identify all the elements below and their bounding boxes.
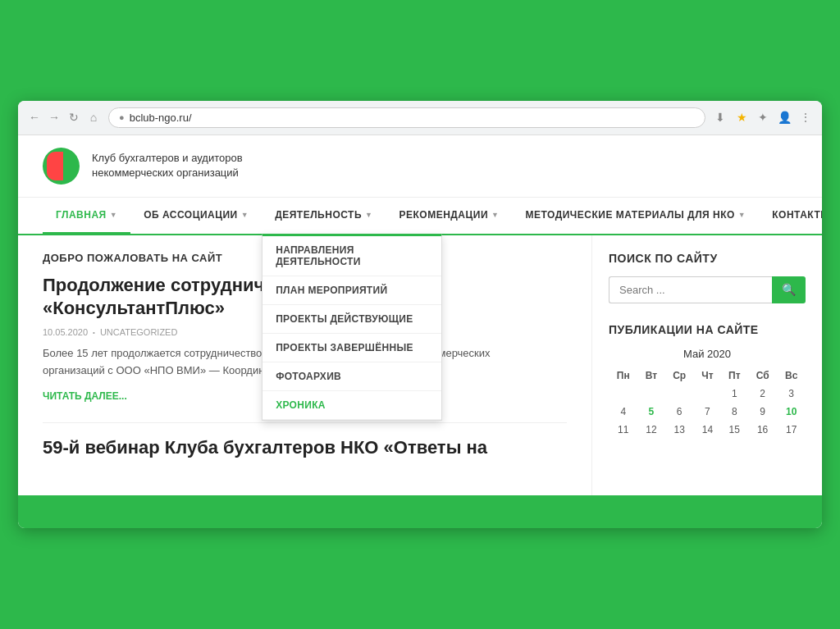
cal-row-2: 4 5 6 7 8 9 10	[609, 403, 806, 421]
nav-item-deyatelnost: ДЕЯТЕЛЬНОСТЬ ▼ НАПРАВЛЕНИЯ ДЕЯТЕЛЬНОСТИ …	[262, 198, 386, 234]
nav-label-glavnaya: ГЛАВНАЯ	[56, 209, 107, 221]
nav-link-glavnaya[interactable]: ГЛАВНАЯ ▼	[43, 198, 130, 234]
article-2-title: 59-й вебинар Клуба бухгалтеров НКО «Отве…	[43, 436, 567, 460]
cal-cell: 14	[694, 421, 721, 439]
profile-icon[interactable]: 👤	[776, 109, 792, 125]
article-divider	[43, 422, 567, 423]
meta-dot: •	[93, 329, 95, 336]
cal-cell	[694, 385, 721, 403]
browser-nav-buttons: ← → ↻ ⌂	[26, 109, 102, 125]
chevron-down-icon-4: ▼	[491, 211, 499, 219]
calendar-table: Пн Вт Ср Чт Пт Сб Вс	[609, 367, 806, 439]
calendar-month: Май 2020	[609, 348, 806, 360]
site-title: Клуб бухгалтеров и аудиторов некоммерчес…	[92, 151, 243, 180]
dropdown-item-proyekty-d[interactable]: ПРОЕКТЫ ДЕЙСТВУЮЩИЕ	[262, 305, 441, 334]
bottom-strip	[18, 495, 822, 528]
cal-cell	[664, 385, 694, 403]
cal-cell: 16	[748, 421, 778, 439]
article-2: 59-й вебинар Клуба бухгалтеров НКО «Отве…	[43, 436, 567, 460]
nav-item-metodicheskie: МЕТОДИЧЕСКИЕ МАТЕРИАЛЫ ДЛЯ НКО ▼	[512, 198, 759, 234]
menu-icon[interactable]: ⋮	[797, 109, 814, 125]
site-title-line1: Клуб бухгалтеров и аудиторов	[92, 151, 243, 166]
article-1-read-more[interactable]: ЧИТАТЬ ДАЛЕЕ...	[43, 390, 127, 402]
bookmark-icon[interactable]: ★	[733, 109, 750, 125]
cal-cell: 1	[721, 385, 748, 403]
search-input[interactable]	[609, 276, 772, 303]
nav-label-kontakty: КОНТАКТЫ	[772, 209, 822, 221]
nav-item-association: ОБ АССОЦИАЦИИ ▼	[130, 198, 262, 234]
url-input[interactable]	[130, 112, 695, 124]
search-box: 🔍	[609, 276, 806, 303]
refresh-button[interactable]: ↻	[66, 109, 82, 125]
cal-cell: 13	[664, 421, 694, 439]
search-button[interactable]: 🔍	[772, 276, 806, 303]
toolbar-actions: ⬇ ★ ✦ 👤 ⋮	[712, 109, 814, 125]
cal-header-sb: Сб	[748, 367, 778, 385]
dropdown-item-proyekty-z[interactable]: ПРОЕКТЫ ЗАВЕРШЁННЫЕ	[262, 334, 441, 362]
nav-item-kontakty: КОНТАКТЫ	[759, 198, 822, 234]
nav-link-kontakty[interactable]: КОНТАКТЫ	[759, 198, 822, 232]
site-logo	[43, 148, 80, 185]
download-icon[interactable]: ⬇	[712, 109, 728, 125]
nav-link-recommendations[interactable]: РЕКОМЕНДАЦИИ ▼	[386, 198, 512, 232]
nav-label-recommendations: РЕКОМЕНДАЦИИ	[399, 209, 488, 221]
cal-cell	[609, 385, 638, 403]
dropdown-item-napravleniya[interactable]: НАПРАВЛЕНИЯ ДЕЯТЕЛЬНОСТИ	[262, 236, 441, 276]
calendar-section: Май 2020 Пн Вт Ср Чт Пт Сб Вс	[609, 348, 806, 439]
nav-label-association: ОБ АССОЦИАЦИИ	[144, 209, 238, 221]
cal-cell: 7	[694, 403, 721, 421]
nav-item-glavnaya: ГЛАВНАЯ ▼	[43, 198, 130, 234]
nav-link-deyatelnost[interactable]: ДЕЯТЕЛЬНОСТЬ ▼	[262, 198, 386, 232]
browser-toolbar: ← → ↻ ⌂ ● ⬇ ★ ✦ 👤 ⋮	[18, 101, 822, 135]
deyatelnost-dropdown: НАПРАВЛЕНИЯ ДЕЯТЕЛЬНОСТИ ПЛАН МЕРОПРИЯТИ…	[262, 234, 442, 421]
main-nav: ГЛАВНАЯ ▼ ОБ АССОЦИАЦИИ ▼ ДЕЯТЕЛЬНОСТЬ ▼…	[18, 198, 822, 235]
cal-header-cht: Чт	[694, 367, 721, 385]
nav-label-deyatelnost: ДЕЯТЕЛЬНОСТЬ	[275, 209, 362, 221]
nav-link-metodicheskie[interactable]: МЕТОДИЧЕСКИЕ МАТЕРИАЛЫ ДЛЯ НКО ▼	[512, 198, 759, 232]
cal-row-3: 11 12 13 14 15 16 17	[609, 421, 806, 439]
cal-cell-5[interactable]: 5	[638, 403, 665, 421]
nav-link-association[interactable]: ОБ АССОЦИАЦИИ ▼	[130, 198, 262, 232]
cal-header-vt: Вт	[638, 367, 665, 385]
home-button[interactable]: ⌂	[85, 109, 102, 125]
cal-cell: 3	[777, 385, 806, 403]
article-1-date: 10.05.2020	[43, 327, 88, 337]
address-bar[interactable]: ●	[108, 107, 705, 128]
cal-cell-10[interactable]: 10	[777, 403, 806, 421]
cal-cell: 11	[609, 421, 638, 439]
cal-cell: 15	[721, 421, 748, 439]
forward-button[interactable]: →	[46, 109, 62, 125]
chevron-down-icon: ▼	[110, 211, 117, 219]
cal-header-pn: Пн	[609, 367, 638, 385]
logo-circle	[43, 148, 80, 185]
cal-row-1: 1 2 3	[609, 385, 806, 403]
article-1-category: UNCATEGORIZED	[100, 327, 178, 337]
site-header: Клуб бухгалтеров и аудиторов некоммерчес…	[18, 135, 822, 198]
site-title-line2: некоммерческих организаций	[92, 166, 243, 180]
sidebar: ПОИСК ПО САЙТУ 🔍 ПУБЛИКАЦИИ НА САЙТЕ Май…	[592, 235, 822, 495]
cal-header-vs: Вс	[777, 367, 806, 385]
cal-cell: 4	[609, 403, 638, 421]
dropdown-item-khronika[interactable]: ХРОНИКА	[262, 391, 441, 420]
cal-cell: 9	[748, 403, 778, 421]
dropdown-item-fotoarchiv[interactable]: ФОТОАРХИВ	[262, 362, 441, 391]
cal-cell: 2	[748, 385, 778, 403]
cal-header-sr: Ср	[664, 367, 694, 385]
cal-cell: 8	[721, 403, 748, 421]
nav-item-recommendations: РЕКОМЕНДАЦИИ ▼	[386, 198, 512, 234]
nav-label-metodicheskie: МЕТОДИЧЕСКИЕ МАТЕРИАЛЫ ДЛЯ НКО	[525, 209, 734, 221]
back-button[interactable]: ←	[26, 109, 43, 125]
lock-icon: ●	[119, 112, 125, 122]
search-section-title: ПОИСК ПО САЙТУ	[609, 252, 806, 265]
chevron-down-icon-3: ▼	[365, 211, 372, 219]
cal-cell: 6	[664, 403, 694, 421]
publications-title: ПУБЛИКАЦИИ НА САЙТЕ	[609, 323, 806, 336]
cal-cell: 12	[638, 421, 665, 439]
cal-cell: 17	[777, 421, 806, 439]
nav-menu: ГЛАВНАЯ ▼ ОБ АССОЦИАЦИИ ▼ ДЕЯТЕЛЬНОСТЬ ▼…	[43, 198, 797, 234]
extensions-icon[interactable]: ✦	[755, 109, 771, 125]
dropdown-item-plan[interactable]: ПЛАН МЕРОПРИЯТИЙ	[262, 276, 441, 305]
chevron-down-icon-2: ▼	[241, 211, 249, 219]
chevron-down-icon-5: ▼	[738, 211, 746, 219]
browser-window: ← → ↻ ⌂ ● ⬇ ★ ✦ 👤 ⋮ Клуб бухгалтеров и а…	[18, 101, 822, 528]
